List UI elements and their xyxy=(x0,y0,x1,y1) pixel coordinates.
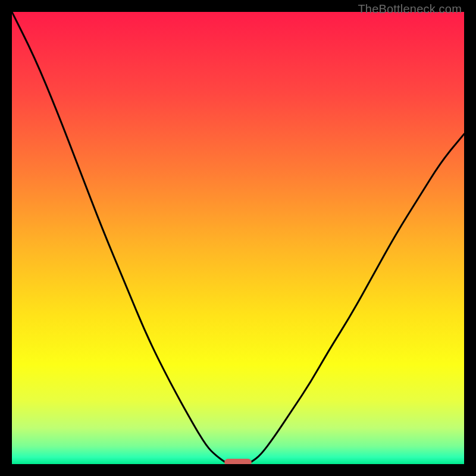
plot-background xyxy=(12,12,464,464)
chart-frame xyxy=(12,12,464,464)
watermark-text: TheBottleneck.com xyxy=(358,2,462,16)
minimum-marker xyxy=(224,459,252,464)
minimum-marker-bar xyxy=(224,459,252,464)
chart-svg xyxy=(12,12,464,464)
